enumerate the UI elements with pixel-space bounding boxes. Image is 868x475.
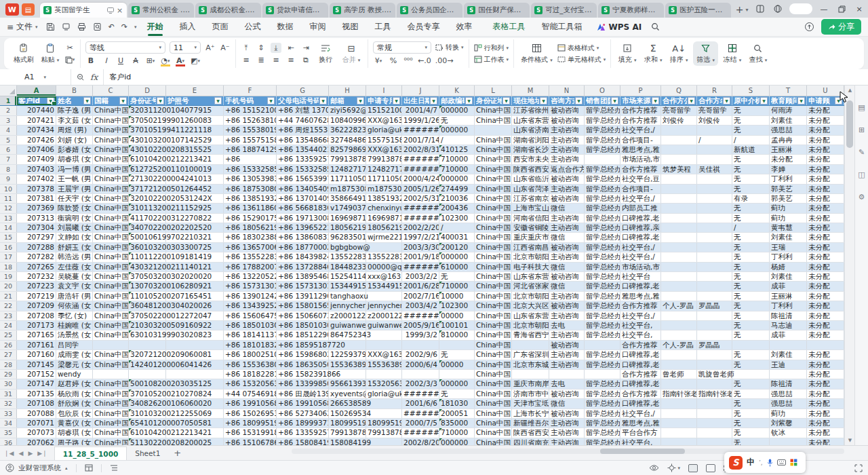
cell[interactable]: China中国 [475, 330, 512, 339]
cell[interactable]: 济南市市中 [512, 390, 549, 398]
cell[interactable] [439, 341, 475, 349]
cell[interactable]: 1999/3/2 [402, 330, 439, 339]
row-number[interactable]: 4 [0, 126, 17, 134]
cell[interactable]: +86 1580156591 [277, 301, 329, 310]
cell[interactable]: 北京市朝阳 [512, 292, 549, 301]
cell[interactable]: China中国 [475, 301, 512, 310]
column-header-M[interactable]: M [512, 86, 549, 96]
cell[interactable]: +86 17882007 [224, 263, 277, 271]
cell[interactable] [697, 419, 732, 428]
cell[interactable]: 上海市长宁 [512, 409, 549, 418]
cell[interactable]: 无 [732, 116, 770, 125]
cell[interactable]: chenxinyur [366, 204, 402, 212]
cell[interactable]: 河南省信阳 [512, 214, 549, 223]
cell[interactable]: 山东省东营 [512, 116, 549, 125]
table-style-button[interactable]: 表格样式▾ [557, 43, 599, 53]
sidebar-grid-icon[interactable]: ⊞ [859, 126, 865, 134]
column-header-U[interactable]: U [807, 86, 844, 96]
cell[interactable] [366, 370, 402, 379]
cell[interactable]: ######## [402, 155, 439, 164]
cell[interactable]: +86 15106786 [224, 438, 277, 445]
cell[interactable] [166, 370, 224, 379]
name-box[interactable]: A1▾ [0, 69, 71, 85]
cell[interactable]: 口碑推荐,老 [620, 379, 661, 388]
menu-item-视图[interactable]: 视图 [342, 18, 359, 36]
print-preview-icon[interactable] [93, 22, 102, 31]
cell[interactable]: 黄韦慧 [770, 223, 807, 232]
cell[interactable]: 留学总经办 [585, 233, 620, 242]
cell[interactable]: +86 18874129 [224, 145, 277, 154]
cell[interactable]: 未分配 [807, 194, 844, 203]
cell[interactable]: 被动咨询 [549, 116, 585, 125]
cell[interactable]: 142401200006041426 [129, 360, 166, 369]
cell[interactable]: 130703200106280921 [129, 282, 166, 290]
last-sheet-icon[interactable]: ▶❘ [37, 450, 47, 457]
cell[interactable]: 00000@qq [366, 263, 402, 271]
cell[interactable]: 153449155 [366, 282, 402, 290]
cell[interactable]: 周子路 (女 [56, 438, 93, 445]
menu-item-开始[interactable]: 开始 [146, 18, 164, 36]
cell[interactable]: 180995191 [329, 419, 366, 428]
cell[interactable]: 153449155 [329, 282, 366, 290]
cell[interactable]: 169698712 [329, 214, 366, 223]
cell[interactable]: 207409 [17, 155, 56, 164]
cell[interactable]: 000000 [439, 126, 475, 134]
cell[interactable]: 吴佳祺 [697, 165, 732, 174]
cell[interactable]: 刘素佳 [770, 116, 807, 125]
eye-icon[interactable] [649, 464, 659, 472]
cell[interactable]: 207297 [17, 233, 56, 242]
filter-button[interactable]: ▼ [540, 97, 547, 104]
cell[interactable]: 无 [732, 185, 770, 193]
cell[interactable]: 社交平台,/ [620, 311, 661, 320]
vertical-scroll-thumb[interactable] [846, 100, 853, 148]
cell[interactable]: 山东省东营 [512, 311, 549, 320]
document-tab[interactable]: S宁夏教师样本.xlsx [598, 3, 664, 18]
filter-button[interactable]: ▼ [502, 97, 510, 104]
header-cell[interactable]: 邮箱▼ [329, 96, 366, 105]
filter-button[interactable]: ▼ [319, 97, 327, 104]
percent-button[interactable]: % [388, 56, 399, 66]
document-tab[interactable]: S常州公积金 .xlsx [128, 3, 194, 18]
cell[interactable]: 个人-罗晶 [661, 341, 697, 349]
cell[interactable]: 微信 [549, 204, 585, 212]
cell[interactable]: +86 1850103098 [277, 321, 329, 330]
cell[interactable] [661, 409, 697, 418]
row-number[interactable]: 28 [0, 360, 17, 369]
cell[interactable]: 被动咨询 [549, 106, 585, 115]
cell[interactable]: +86 18753080 [224, 185, 277, 193]
cell[interactable]: 郭美艺 [770, 185, 807, 193]
cell[interactable]: +86 1991056836 [277, 399, 329, 408]
cell[interactable]: 刘紫馨 [770, 419, 807, 428]
cell[interactable]: 无 [732, 311, 770, 320]
cell[interactable]: 口碑推荐,老 [620, 282, 661, 290]
cell[interactable]: 社交平台,/ [620, 409, 661, 418]
cell[interactable]: 2002/8/31 [402, 145, 439, 154]
cell[interactable]: 曾老师 [661, 370, 697, 379]
output-icon[interactable] [62, 22, 71, 31]
filter-button[interactable]: ▼ [214, 97, 222, 104]
cell[interactable]: 207282 [17, 252, 56, 261]
cell[interactable]: 主动咨询 [549, 145, 585, 154]
cell[interactable]: 王丽淋 [770, 292, 807, 301]
cell[interactable]: 180562199 [329, 223, 366, 232]
cell[interactable] [697, 292, 732, 301]
cell[interactable] [439, 370, 475, 379]
menu-item-效率[interactable]: 效率 [456, 18, 473, 36]
increase-indent-icon[interactable]: ⇥ [300, 43, 311, 53]
cell[interactable]: 799138782 [366, 155, 402, 164]
cell[interactable]: 2005/1/26 [402, 185, 439, 193]
cell[interactable]: 370502199901260083 [129, 116, 166, 125]
cell[interactable]: 留学总经办 [585, 292, 620, 301]
cell[interactable]: / [732, 136, 770, 145]
cell[interactable]: z20001227 [366, 311, 402, 320]
column-header-C[interactable]: C [93, 86, 129, 96]
cell[interactable]: 杨婧 [770, 263, 807, 271]
cell[interactable]: 207108 [17, 399, 56, 408]
cell[interactable]: 重庆重庆市 [512, 233, 549, 242]
cell[interactable]: 江苏省徐州 [512, 106, 549, 115]
cell[interactable]: 孟冉冉 [770, 136, 807, 145]
cell[interactable]: ######## [402, 126, 439, 134]
home-app-icon[interactable]: ▤ [22, 3, 35, 16]
cell[interactable]: 864752343 [329, 330, 366, 339]
cell[interactable]: 返点合作方 [549, 165, 585, 174]
